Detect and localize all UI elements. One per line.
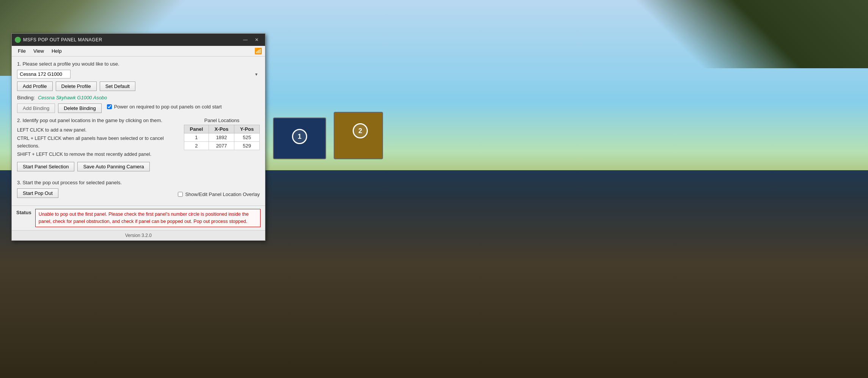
menu-items: File View Help	[15, 47, 65, 55]
menu-bar: File View Help 📶	[12, 46, 265, 56]
app-window: MSFS POP OUT PANEL MANAGER — ✕ File View…	[11, 33, 265, 241]
version-text: Version 3.2.0	[125, 233, 152, 238]
add-profile-button[interactable]: Add Profile	[17, 82, 53, 91]
step1-label: 1. Please select a profile you would lik…	[17, 61, 260, 67]
col-ypos: Y-Pos	[234, 125, 260, 133]
profile-select[interactable]: Cessna 172 G1000	[17, 70, 71, 78]
show-edit-label: Show/Edit Panel Location Overlay	[185, 191, 260, 197]
col-xpos: X-Pos	[209, 125, 234, 133]
instructions: LEFT CLICK to add a new panel. CTRL + LE…	[17, 126, 180, 158]
col-panel: Panel	[184, 125, 209, 133]
menu-help[interactable]: Help	[49, 47, 65, 55]
close-button[interactable]: ✕	[251, 36, 262, 44]
save-auto-panning-button[interactable]: Save Auto Panning Camera	[77, 162, 149, 171]
start-panel-selection-button[interactable]: Start Panel Selection	[17, 162, 74, 171]
set-default-button[interactable]: Set Default	[100, 82, 135, 91]
cold-start-label: Power on required to pop out panels on c…	[114, 104, 222, 110]
panel-locations-title: Panel Locations	[184, 118, 260, 123]
profile-select-wrapper: Cessna 172 G1000	[17, 70, 260, 78]
panel-number-1: 1	[292, 129, 307, 144]
background-topright	[603, 0, 868, 68]
instruction-3: SHIFT + LEFT CLICK to remove the most re…	[17, 151, 180, 158]
show-edit-row: Show/Edit Panel Location Overlay	[178, 191, 260, 197]
title-bar-controls: — ✕	[240, 36, 262, 44]
app-title: MSFS POP OUT PANEL MANAGER	[23, 37, 102, 42]
cell-panel: 2	[184, 142, 209, 150]
binding-label: Binding:	[17, 95, 35, 100]
table-row: 2 2077 529	[184, 142, 260, 150]
panel-locations-table: Panel X-Pos Y-Pos 1 1892 525 2 2077 529	[184, 125, 260, 150]
app-icon	[15, 37, 21, 43]
delete-profile-button[interactable]: Delete Profile	[56, 82, 97, 91]
step2-container: 2. Identify pop out panel locations in t…	[17, 118, 260, 176]
cell-xpos: 2077	[209, 142, 234, 150]
step3-label: 3. Start the pop out process for selecte…	[17, 180, 122, 185]
cell-panel: 1	[184, 133, 209, 142]
status-bar: Status Unable to pop out the first panel…	[12, 205, 265, 230]
panel-number-2: 2	[353, 123, 368, 138]
instruction-2: CTRL + LEFT CLICK when all panels have b…	[17, 135, 180, 150]
main-content: 1. Please select a profile you would lik…	[12, 56, 265, 205]
step2-left: 2. Identify pop out panel locations in t…	[17, 118, 180, 176]
action-buttons-row: Start Panel Selection Save Auto Panning …	[17, 162, 180, 171]
status-label: Status	[16, 209, 31, 215]
title-bar-left: MSFS POP OUT PANEL MANAGER	[15, 37, 102, 43]
show-edit-checkbox[interactable]	[178, 192, 183, 197]
cell-ypos: 529	[234, 142, 260, 150]
title-bar: MSFS POP OUT PANEL MANAGER — ✕	[12, 34, 265, 46]
wifi-icon: 📶	[254, 47, 262, 55]
delete-binding-button[interactable]: Delete Binding	[58, 104, 102, 113]
step2-label: 2. Identify pop out panel locations in t…	[17, 118, 180, 123]
binding-value: Cessna Skyhawk G1000 Asobo	[38, 95, 107, 100]
version-bar: Version 3.2.0	[12, 230, 265, 240]
instruction-1: LEFT CLICK to add a new panel.	[17, 126, 180, 134]
cell-ypos: 525	[234, 133, 260, 142]
menu-view[interactable]: View	[30, 47, 47, 55]
minimize-button[interactable]: —	[240, 36, 251, 44]
start-pop-out-button[interactable]: Start Pop Out	[17, 188, 58, 198]
menu-file[interactable]: File	[15, 47, 29, 55]
cold-start-checkbox[interactable]	[107, 104, 112, 109]
cell-xpos: 1892	[209, 133, 234, 142]
add-binding-button[interactable]: Add Binding	[17, 104, 55, 113]
table-row: 1 1892 525	[184, 133, 260, 142]
panel-locations-panel: Panel Locations Panel X-Pos Y-Pos 1 1892…	[184, 118, 260, 176]
status-message: Unable to pop out the first panel. Pleas…	[35, 209, 261, 227]
